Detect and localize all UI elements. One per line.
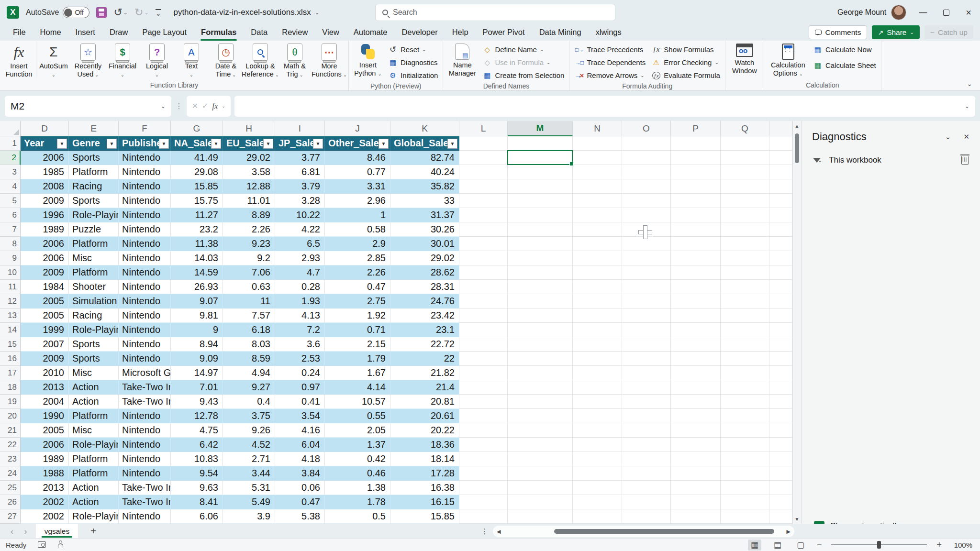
cell-I2[interactable]: 3.77 (275, 151, 325, 165)
catch-up-button[interactable]: ~ Catch up (924, 25, 973, 39)
column-header-H[interactable]: H (223, 121, 275, 136)
table-header-other-sales[interactable]: Other_Sales▼ (325, 136, 390, 151)
cell-M10[interactable] (508, 265, 573, 280)
cell-J15[interactable]: 2.15 (325, 337, 390, 352)
watch-window-button[interactable]: Watch Window (727, 42, 762, 75)
cell-G14[interactable]: 9 (171, 323, 223, 337)
cell-P22[interactable] (671, 438, 721, 452)
cell-E11[interactable]: Shooter (69, 280, 119, 294)
cell-E19[interactable]: Action (69, 395, 119, 409)
cell-N21[interactable] (573, 423, 622, 438)
row-header-14[interactable]: 14 (0, 323, 21, 337)
cell-N7[interactable] (573, 222, 622, 237)
calculation-options-button[interactable]: Calculation Options ⌄ (766, 42, 810, 78)
cell-E16[interactable]: Sports (69, 352, 119, 366)
cell-N25[interactable] (573, 481, 622, 495)
use-in-formula-button[interactable]: Use in Formula⌄ (479, 56, 567, 69)
tab-formulas[interactable]: Formulas (195, 26, 243, 41)
avatar[interactable] (891, 5, 906, 20)
cell-E14[interactable]: Role-Playin (69, 323, 119, 337)
column-header-M[interactable]: M (508, 121, 573, 136)
redo-chevron-icon[interactable]: ⌄ (144, 10, 148, 16)
cell-I15[interactable]: 3.6 (275, 337, 325, 352)
cell-O23[interactable] (622, 452, 671, 466)
cell-H17[interactable]: 4.94 (223, 366, 275, 380)
autosave-control[interactable]: AutoSave Off (26, 7, 89, 18)
cell-J11[interactable]: 0.47 (325, 280, 390, 294)
cell-N4[interactable] (573, 179, 622, 194)
cell-L7[interactable] (459, 222, 508, 237)
cell-Q17[interactable] (721, 366, 769, 380)
row-header-19[interactable]: 19 (0, 395, 21, 409)
cell-N13[interactable] (573, 309, 622, 323)
cell-H19[interactable]: 0.4 (223, 395, 275, 409)
cell-O17[interactable] (622, 366, 671, 380)
calculate-sheet-button[interactable]: Calculate Sheet (810, 59, 879, 72)
cell-partial-16[interactable] (769, 352, 792, 366)
scrollbar-resize-handle[interactable]: ⋮ (481, 527, 488, 536)
cell-D21[interactable]: 2005 (21, 423, 69, 438)
confirm-entry-icon[interactable]: ✓ (202, 101, 208, 110)
cell-J12[interactable]: 2.75 (325, 294, 390, 309)
cell-D23[interactable]: 1989 (21, 452, 69, 466)
cell-L20[interactable] (459, 409, 508, 423)
cell-J17[interactable]: 1.67 (325, 366, 390, 380)
cell-J13[interactable]: 1.92 (325, 309, 390, 323)
cell-H20[interactable]: 3.75 (223, 409, 275, 423)
cell-L27[interactable] (459, 509, 508, 524)
cell-H4[interactable]: 12.88 (223, 179, 275, 194)
cell-H2[interactable]: 29.02 (223, 151, 275, 165)
row-header-25[interactable]: 25 (0, 481, 21, 495)
cell-Q12[interactable] (721, 294, 769, 309)
cell-E17[interactable]: Misc (69, 366, 119, 380)
tab-insert[interactable]: Insert (69, 26, 101, 41)
row-header-13[interactable]: 13 (0, 309, 21, 323)
cell-O15[interactable] (622, 337, 671, 352)
cell-N18[interactable] (573, 380, 622, 395)
cell-N26[interactable] (573, 495, 622, 509)
cell-F25[interactable]: Take-Two In (119, 481, 171, 495)
name-manager-button[interactable]: Name Manager (445, 42, 479, 77)
cell-I20[interactable]: 3.54 (275, 409, 325, 423)
cell-M14[interactable] (508, 323, 573, 337)
cell-J23[interactable]: 0.42 (325, 452, 390, 466)
cell-N9[interactable] (573, 251, 622, 265)
row-header-3[interactable]: 3 (0, 165, 21, 179)
column-header-L[interactable]: L (459, 121, 508, 136)
cell-D25[interactable]: 2013 (21, 481, 69, 495)
cell-P9[interactable] (671, 251, 721, 265)
tab-home[interactable]: Home (34, 26, 67, 41)
filter-button[interactable]: ⌄ (813, 157, 822, 164)
create-from-selection-button[interactable]: Create from Selection (479, 69, 567, 82)
column-header-E[interactable]: E (69, 121, 119, 136)
cell-M24[interactable] (508, 466, 573, 481)
sheet-tab-vgsales[interactable]: vgsales (36, 524, 78, 539)
tab-data-mining[interactable]: Data Mining (533, 26, 588, 41)
cell-J2[interactable]: 8.46 (325, 151, 390, 165)
cell-K9[interactable]: 29.02 (390, 251, 459, 265)
cell-Q21[interactable] (721, 423, 769, 438)
formula-bar-expand-icon[interactable]: ⌄ (965, 103, 969, 110)
diagnostics-button[interactable]: Diagnostics (385, 56, 441, 69)
cell-M11[interactable] (508, 280, 573, 294)
cell-M12[interactable] (508, 294, 573, 309)
cell-D12[interactable]: 2005 (21, 294, 69, 309)
cell-G6[interactable]: 11.27 (171, 208, 223, 222)
cancel-entry-icon[interactable]: ✕ (192, 101, 198, 110)
cell-N22[interactable] (573, 438, 622, 452)
cell-J22[interactable]: 1.37 (325, 438, 390, 452)
tab-help[interactable]: Help (446, 26, 475, 41)
logical-button[interactable]: ?Logical⌄ (140, 42, 174, 79)
cell-I4[interactable]: 3.79 (275, 179, 325, 194)
cell-D3[interactable]: 1985 (21, 165, 69, 179)
cell-L24[interactable] (459, 466, 508, 481)
cell-I11[interactable]: 0.28 (275, 280, 325, 294)
row-header-9[interactable]: 9 (0, 251, 21, 265)
cell-M4[interactable] (508, 179, 573, 194)
cell-partial-21[interactable] (769, 423, 792, 438)
lookup-reference-button[interactable]: Lookup &Reference ⌄ (243, 42, 278, 79)
column-header-O[interactable]: O (622, 121, 671, 136)
cell-K23[interactable]: 18.14 (390, 452, 459, 466)
spreadsheet-grid[interactable]: DEFGHIJKLMNOPQ1Year▼Genre▼Publisher▼NA_S… (0, 121, 792, 524)
cell-L5[interactable] (459, 194, 508, 208)
